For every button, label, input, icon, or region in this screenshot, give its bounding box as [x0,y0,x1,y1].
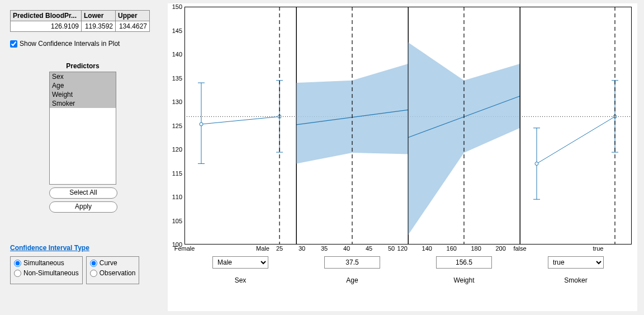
select-all-button[interactable]: Select All [49,187,117,199]
apply-button[interactable]: Apply [49,201,117,213]
y-tick-label: 120 [168,146,182,153]
y-tick-label: 100 [168,241,182,248]
radio-simultaneous[interactable] [14,260,21,267]
weight-xlabel: Weight [408,276,520,284]
x-tick-label: 160 [447,245,457,252]
x-tick-label: 35 [321,245,328,252]
col-predicted: Predicted BloodPr... [11,11,82,21]
x-tick-label: 50 [388,245,395,252]
ci-type-link[interactable]: Confidence Interval Type [10,244,157,252]
x-tick-label: Male [256,245,269,252]
weight-input[interactable] [436,256,492,269]
x-tick-label: false [513,245,526,252]
col-upper: Upper [116,11,150,21]
age-xlabel: Age [296,276,408,284]
ci-simultaneous-group: Simultaneous Non-Simultaneous [10,256,83,284]
listbox-item[interactable]: Sex [50,72,116,81]
show-ci-checkbox[interactable] [10,40,17,48]
sex-xlabel: Sex [184,276,296,284]
plot-svg [184,7,632,245]
predictors-title: Predictors [49,62,116,70]
x-tick-label: 40 [343,245,350,252]
val-upper: 134.4627 [116,21,150,32]
y-tick-label: 125 [168,123,182,129]
col-lower: Lower [82,11,116,21]
ci-curve-group: Curve Observation [86,256,140,284]
svg-marker-12 [408,43,520,235]
listbox-item[interactable]: Smoker [50,99,116,108]
x-tick-label: 25 [276,245,283,252]
y-tick-label: 150 [168,3,182,10]
predictors-listbox[interactable]: Sex Age Weight Smoker [49,72,116,185]
y-tick-label: 130 [168,98,182,105]
x-tick-label: 180 [471,245,481,252]
x-tick-label: 200 [495,245,505,252]
prediction-table: Predicted BloodPr... Lower Upper 126.910… [10,10,150,32]
val-lower: 119.3592 [82,21,116,32]
svg-point-17 [535,162,538,166]
x-tick-label: true [593,245,604,252]
smoker-select[interactable]: true [548,256,604,269]
listbox-item[interactable]: Weight [50,90,116,99]
radio-observation[interactable] [90,270,97,277]
x-tick-label: 120 [397,245,408,252]
y-tick-label: 105 [168,218,182,224]
y-tick-label: 110 [168,194,182,200]
x-tick-label: 140 [422,245,432,252]
plot-area: FemaleMale253035404550120140160180200fal… [168,3,637,311]
radio-nonsimultaneous[interactable] [14,270,21,277]
svg-point-4 [200,123,203,126]
x-tick-label: 45 [366,245,372,252]
y-tick-label: 115 [168,170,182,177]
y-tick-label: 135 [168,75,182,82]
show-ci-label: Show Confidence Intervals in Plot [20,40,120,48]
sex-select[interactable]: Male [212,256,268,269]
x-tick-label: 30 [299,245,305,252]
y-tick-label: 145 [168,27,182,34]
val-predicted: 126.9109 [11,21,82,32]
radio-curve[interactable] [90,260,97,267]
smoker-xlabel: Smoker [520,276,632,284]
listbox-item[interactable]: Age [50,81,116,90]
age-input[interactable] [324,256,380,269]
y-tick-label: 140 [168,51,182,58]
